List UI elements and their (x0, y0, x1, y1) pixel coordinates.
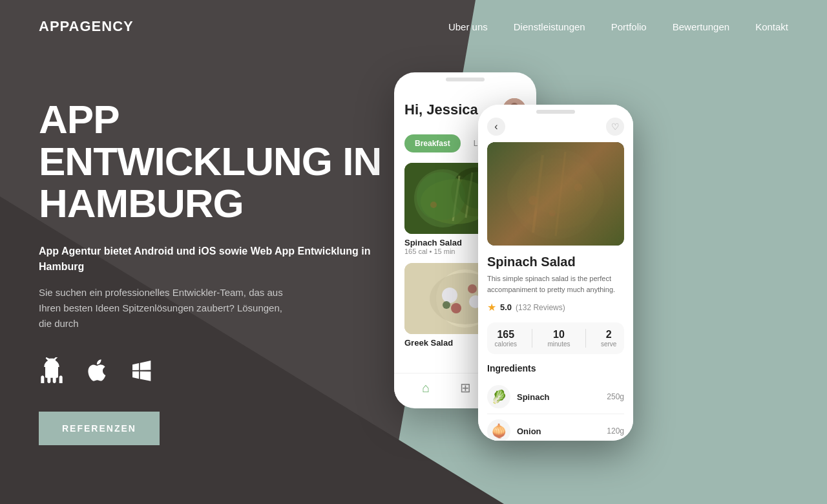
svg-point-21 (507, 158, 604, 229)
svg-line-7 (453, 176, 459, 221)
calories-label: calories (495, 341, 517, 348)
hero-text: Sie suchen ein professionelles Entwickle… (39, 285, 284, 331)
front-salad-svg (487, 142, 624, 246)
svg-point-9 (430, 202, 437, 208)
minutes-label: minutes (547, 341, 570, 348)
svg-point-25 (574, 184, 582, 191)
nav-uber-uns[interactable]: Uber uns (448, 21, 488, 32)
svg-line-8 (466, 173, 472, 218)
phone-front-content: ‹ ♡ (478, 105, 633, 441)
spinach-emoji: 🥬 (487, 385, 510, 408)
front-food-description: This simple spinach salad is the perfect… (487, 273, 624, 295)
front-food-title: Spinach Salad (487, 255, 624, 269)
serve-label: serve (601, 341, 616, 348)
onion-name: Onion (517, 426, 541, 436)
star-icon: ★ (487, 301, 496, 313)
back-button[interactable]: ‹ (487, 118, 505, 136)
rating-row: ★ 5.0 (132 Reviews) (487, 301, 624, 313)
ingredient-spinach-left: 🥬 Spinach (487, 385, 550, 408)
logo: APPAGENCY (39, 18, 134, 35)
nav-scan-icon: ⊞ (460, 380, 471, 395)
calories-value: 165 (495, 329, 517, 341)
svg-rect-19 (488, 142, 623, 246)
rating-number: 5.0 (500, 302, 512, 312)
svg-point-4 (414, 169, 472, 227)
stats-row: 165 calories 10 minutes 2 serve (487, 322, 624, 354)
minutes-value: 10 (547, 329, 570, 341)
svg-point-18 (443, 301, 450, 309)
onion-emoji: 🧅 (487, 419, 510, 441)
svg-point-14 (442, 288, 457, 303)
tab-breakfast[interactable]: Breakfast (404, 134, 461, 152)
svg-point-17 (468, 284, 477, 293)
nav-dienstleistungen[interactable]: Dienstleistungen (514, 21, 585, 32)
hero-title: APPENTWICKLUNG INHAMBURG (39, 98, 388, 224)
spinach-name: Spinach (517, 392, 550, 402)
svg-point-16 (451, 303, 461, 313)
nav-home-icon: ⌂ (422, 381, 430, 395)
phone-front-notch (536, 110, 575, 114)
platform-icons (39, 357, 388, 386)
stat-divider-2 (585, 329, 586, 348)
hero-left: APPENTWICKLUNG INHAMBURG App Agentur bie… (39, 66, 388, 499)
hero-section: APPENTWICKLUNG INHAMBURG App Agentur bie… (0, 53, 827, 499)
hero-right: Hi, Jessica Breakfast (388, 66, 788, 499)
svg-point-26 (549, 210, 556, 216)
svg-point-24 (529, 196, 538, 205)
android-icon (39, 357, 65, 386)
calories-stat: 165 calories (495, 329, 517, 348)
spinach-amount: 250g (607, 392, 624, 401)
phone-front: ‹ ♡ (478, 105, 633, 441)
svg-line-22 (533, 155, 543, 233)
ingredient-onion-left: 🧅 Onion (487, 419, 541, 441)
nav-kontakt[interactable]: Kontakt (755, 21, 788, 32)
nav-portfolio[interactable]: Portfolio (611, 21, 647, 32)
ingredient-row-onion: 🧅 Onion 120g (487, 414, 624, 441)
greeting-text: Hi, Jessica (404, 101, 478, 118)
header: APPAGENCY Uber uns Dienstleistungen Port… (0, 0, 827, 53)
front-header-row: ‹ ♡ (487, 118, 624, 136)
windows-icon (129, 357, 155, 386)
apple-icon (84, 357, 110, 386)
nav-bewertungen[interactable]: Bewertungen (673, 21, 729, 32)
svg-point-20 (510, 149, 601, 239)
minutes-stat: 10 minutes (547, 329, 570, 348)
onion-amount: 120g (607, 426, 624, 436)
ingredients-title: Ingredients (487, 363, 624, 373)
front-food-image (487, 142, 624, 246)
svg-point-27 (527, 174, 585, 213)
ingredient-row-spinach: 🥬 Spinach 250g (487, 380, 624, 414)
stat-divider-1 (532, 329, 532, 348)
phone-back-notch (446, 78, 485, 81)
serve-stat: 2 serve (601, 329, 616, 348)
serve-value: 2 (601, 329, 616, 341)
rating-count: (132 Reviews) (516, 303, 565, 312)
hero-subtitle: App Agentur bietet Android und iOS sowie… (39, 244, 388, 275)
favorite-button[interactable]: ♡ (606, 118, 624, 136)
svg-line-23 (556, 152, 565, 236)
referenzen-button[interactable]: REFERENZEN (39, 412, 160, 445)
navigation: Uber uns Dienstleistungen Portfolio Bewe… (448, 21, 788, 32)
